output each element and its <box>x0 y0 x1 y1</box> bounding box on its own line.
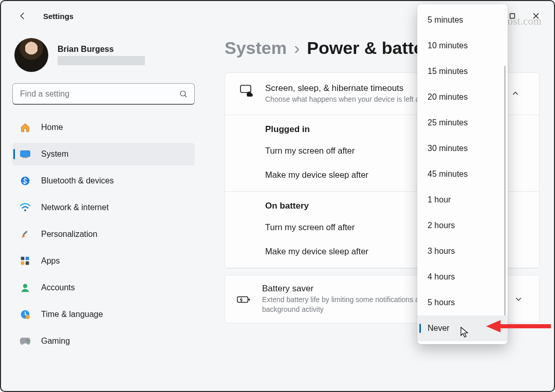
dropdown-option[interactable]: 2 hours <box>417 213 508 238</box>
chevron-right-icon: › <box>294 38 300 58</box>
svg-rect-6 <box>21 151 30 157</box>
dropdown-option[interactable]: 3 hours <box>417 238 508 264</box>
sidebar-item-label: System <box>41 150 68 159</box>
search-field[interactable] <box>12 83 195 105</box>
dropdown-option[interactable]: 15 minutes <box>417 59 508 84</box>
sidebar-item-system[interactable]: System <box>12 143 195 165</box>
sidebar-item-apps[interactable]: Apps <box>12 250 195 272</box>
sidebar-item-home[interactable]: Home <box>12 116 195 139</box>
avatar <box>14 38 48 72</box>
battery-saver-subtitle: Extend battery life by limiting some not… <box>262 295 429 314</box>
dropdown-option[interactable]: 45 minutes <box>417 161 508 187</box>
gaming-icon <box>20 335 31 347</box>
settings-window: Settings groovyPost.com Brian Burgess <box>0 0 555 392</box>
dropdown-option-never[interactable]: Never <box>417 315 508 341</box>
chevron-up-icon[interactable] <box>506 89 525 98</box>
svg-rect-22 <box>248 298 250 301</box>
svg-point-18 <box>27 340 28 341</box>
sidebar-item-label: Home <box>41 123 63 132</box>
sidebar-item-time[interactable]: Time & language <box>12 303 195 326</box>
svg-rect-10 <box>23 231 27 235</box>
home-icon <box>20 122 31 133</box>
sidebar-item-label: Time & language <box>41 310 103 319</box>
sidebar-item-label: Accounts <box>41 283 75 292</box>
svg-rect-11 <box>21 257 25 260</box>
close-button[interactable] <box>524 7 548 25</box>
bluetooth-icon <box>20 175 31 186</box>
svg-rect-14 <box>26 262 29 265</box>
sidebar-item-accounts[interactable]: Accounts <box>12 276 195 299</box>
svg-rect-21 <box>237 296 248 302</box>
svg-rect-20 <box>240 85 251 92</box>
dropdown-option[interactable]: 25 minutes <box>417 110 508 136</box>
svg-rect-7 <box>23 157 28 158</box>
battery-saver-icon <box>236 293 252 305</box>
back-button[interactable] <box>13 7 32 25</box>
battery-saver-title: Battery saver <box>262 284 429 294</box>
dropdown-option[interactable]: 30 minutes <box>417 136 508 161</box>
time-icon <box>20 309 31 320</box>
breadcrumb-parent[interactable]: System <box>225 38 287 58</box>
dropdown-option[interactable]: 5 hours <box>417 290 508 315</box>
sidebar-item-label: Gaming <box>41 337 70 346</box>
sidebar-item-personalization[interactable]: Personalization <box>12 223 195 246</box>
accounts-icon <box>20 282 31 293</box>
dropdown-option[interactable]: 20 minutes <box>417 84 508 110</box>
svg-line-5 <box>184 95 187 97</box>
svg-rect-12 <box>26 257 29 260</box>
dropdown-option[interactable]: 1 hour <box>417 187 508 213</box>
svg-point-4 <box>180 91 186 96</box>
search-input[interactable] <box>20 89 179 99</box>
sidebar-item-label: Network & internet <box>41 203 109 212</box>
account-name: Brian Burgess <box>58 45 145 54</box>
account-email-redacted <box>58 56 145 65</box>
sidebar-item-bluetooth[interactable]: Bluetooth & devices <box>12 170 195 192</box>
chevron-down-icon[interactable] <box>509 295 528 303</box>
dropdown-option[interactable]: 4 hours <box>417 264 508 290</box>
svg-rect-13 <box>21 262 25 265</box>
nav-list: Home System Bluetooth & devices Network … <box>12 116 195 352</box>
sidebar-item-label: Bluetooth & devices <box>41 176 114 185</box>
apps-icon <box>20 255 31 267</box>
svg-rect-1 <box>510 14 515 18</box>
sidebar-item-network[interactable]: Network & internet <box>12 196 195 219</box>
account-block[interactable]: Brian Burgess <box>14 38 195 72</box>
search-icon <box>179 89 188 99</box>
app-title: Settings <box>43 12 73 21</box>
svg-point-19 <box>28 341 29 342</box>
sidebar-item-label: Personalization <box>41 230 97 239</box>
system-icon <box>20 148 31 160</box>
screen-sleep-icon <box>239 83 255 97</box>
timeout-dropdown[interactable]: 5 minutes 10 minutes 15 minutes 20 minut… <box>417 4 508 344</box>
dropdown-option[interactable]: 5 minutes <box>417 7 508 33</box>
svg-point-9 <box>24 210 26 212</box>
sidebar-item-label: Apps <box>41 256 60 266</box>
dropdown-option[interactable]: 10 minutes <box>417 33 508 59</box>
svg-point-17 <box>26 315 30 319</box>
sidebar-item-gaming[interactable]: Gaming <box>12 330 195 352</box>
sidebar: Brian Burgess Home System <box>1 31 204 391</box>
wifi-icon <box>20 202 31 213</box>
svg-point-15 <box>23 284 27 288</box>
personalization-icon <box>20 229 31 240</box>
